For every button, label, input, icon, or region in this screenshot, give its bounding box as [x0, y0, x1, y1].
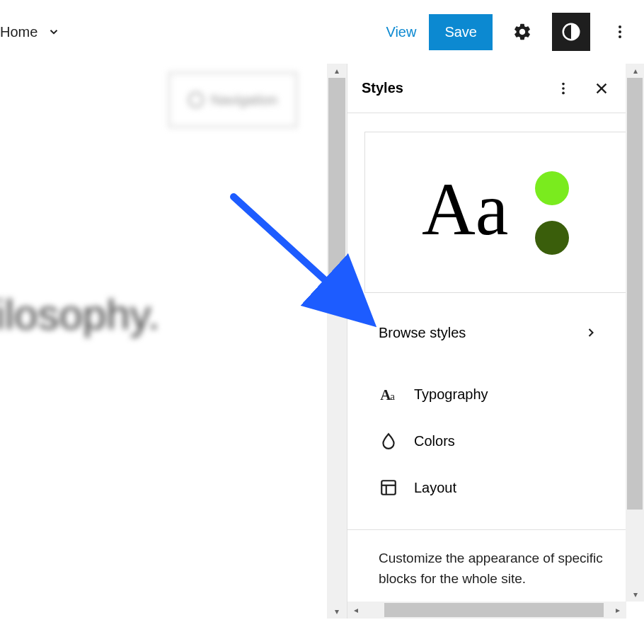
more-vertical-icon [611, 23, 628, 40]
home-dropdown[interactable]: Home [0, 24, 60, 40]
canvas-vertical-scrollbar[interactable]: ▴ ▾ [327, 64, 347, 619]
typography-option[interactable]: Aa Typography [347, 371, 626, 418]
view-link[interactable]: View [386, 24, 416, 40]
layout-label: Layout [414, 480, 456, 496]
scrollbar-thumb[interactable] [384, 603, 604, 617]
styles-description: Customize the appearance of specific blo… [347, 529, 626, 589]
scrollbar-thumb[interactable] [627, 78, 643, 510]
more-vertical-icon [556, 81, 571, 96]
styles-header: Styles [347, 64, 626, 113]
preview-color-swatch-1 [535, 171, 569, 205]
typography-label: Typography [414, 386, 488, 403]
layout-option[interactable]: Layout [347, 464, 626, 511]
sidebar-horizontal-scrollbar[interactable]: ◂ ▸ [347, 602, 626, 619]
navigation-label: Navigation [211, 92, 278, 108]
style-preview-card[interactable]: Aa [364, 132, 626, 293]
more-options-button[interactable] [603, 15, 637, 49]
sidebar-content: Styles Aa Browse styles [347, 64, 626, 619]
svg-rect-11 [381, 481, 396, 495]
styles-header-actions [553, 78, 612, 99]
scroll-down-arrow[interactable]: ▾ [626, 587, 644, 602]
svg-point-6 [562, 91, 565, 94]
svg-text:a: a [390, 390, 395, 402]
close-sidebar-button[interactable] [591, 78, 612, 99]
colors-option[interactable]: Colors [347, 418, 626, 464]
close-icon [594, 81, 609, 96]
compass-icon [188, 92, 204, 108]
scroll-left-arrow[interactable]: ◂ [347, 605, 364, 615]
browse-styles-row[interactable]: Browse styles [347, 320, 626, 345]
top-bar-left: Home [0, 24, 60, 40]
svg-point-4 [562, 82, 565, 85]
home-label: Home [0, 24, 38, 40]
svg-point-3 [619, 35, 621, 38]
styles-title: Styles [362, 80, 403, 96]
scroll-up-arrow[interactable]: ▴ [327, 64, 347, 78]
contrast-icon [560, 21, 582, 42]
scroll-down-arrow[interactable]: ▾ [327, 604, 347, 619]
chevron-down-icon [47, 25, 60, 38]
canvas-area: Navigation hilosophy. ▴ ▾ [0, 64, 347, 619]
top-bar: Home View Save [0, 0, 644, 64]
styles-more-button[interactable] [553, 78, 574, 99]
typography-icon: Aa [379, 384, 398, 404]
top-bar-right: View Save [386, 13, 637, 51]
svg-point-5 [562, 87, 565, 90]
headline-text: hilosophy. [0, 290, 160, 339]
layout-icon [379, 478, 398, 498]
colors-label: Colors [414, 433, 455, 449]
styles-toggle-button[interactable] [552, 13, 590, 51]
scroll-right-arrow[interactable]: ▸ [609, 605, 626, 615]
styles-sidebar: Styles Aa Browse styles [347, 64, 644, 619]
settings-button[interactable] [505, 15, 539, 49]
scroll-up-arrow[interactable]: ▴ [626, 64, 644, 78]
sidebar-vertical-scrollbar[interactable]: ▴ ▾ [626, 64, 644, 602]
svg-point-1 [619, 25, 621, 28]
navigation-block: Navigation [168, 72, 297, 127]
preview-typography-sample: Aa [422, 166, 508, 252]
scrollbar-thumb[interactable] [328, 78, 345, 282]
preview-color-swatch-2 [535, 221, 569, 255]
chevron-right-icon [584, 326, 598, 340]
save-button[interactable]: Save [429, 14, 493, 50]
gear-icon [512, 22, 532, 42]
style-options-list: Aa Typography Colors Layout [347, 371, 626, 511]
canvas-content[interactable]: Navigation hilosophy. [0, 64, 347, 619]
main-area: Navigation hilosophy. ▴ ▾ Styles [0, 64, 644, 619]
drop-icon [379, 431, 398, 451]
browse-styles-label: Browse styles [379, 325, 466, 341]
svg-point-2 [619, 30, 621, 33]
